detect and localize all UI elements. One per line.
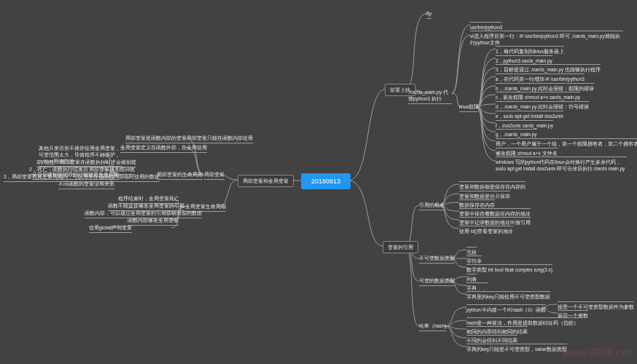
concept-c4-node[interactable]: 变量中保存着数据在内存的地址	[459, 208, 531, 217]
step-b-node[interactable]: b，./cards_main.py 此时会报错：权限的错误	[496, 83, 594, 92]
hash-1-node[interactable]: python 中内建一个叫hash（0）函数	[466, 304, 546, 313]
concept-c3-node[interactable]: 数据保存在内存	[459, 199, 495, 208]
hash-3-node[interactable]: 相同的内容得到相同的结果	[466, 326, 528, 335]
mutable-node[interactable]: 可变的数据类型	[419, 277, 455, 286]
shebang-note-node[interactable]: vi进入程序后第一行：#! /usr/bin/python3 即可 ./card…	[470, 31, 623, 46]
step-user-node[interactable]: 用户，一个用户属于一个组，第一个权限拥有者，第二个拥有者同组	[496, 138, 637, 147]
mutable-1-node[interactable]: 列表	[466, 274, 477, 282]
step-chmod-node[interactable]: 修改权限 chmod a+x 文件名	[496, 148, 558, 157]
glife-4-node[interactable]: 函数内部修改全局变量	[128, 217, 179, 226]
step-g-node[interactable]: g，./cards_main.py	[496, 129, 537, 138]
hash-2-node[interactable]: hash是一种算法，作用是提取数据特征码（指纹）	[466, 317, 579, 326]
concept-c6-node[interactable]: 使用 id()查看变量的地址	[459, 226, 513, 234]
step-1-node[interactable]: 1，将代码复制到linux服务器上	[496, 46, 564, 55]
local-n1-node[interactable]: 局部变量是函数内部的变量	[125, 135, 187, 143]
concept-c5-node[interactable]: 变量中记录数据的地址叫做引用	[459, 217, 531, 226]
ftp-node[interactable]: ftp	[426, 10, 431, 19]
immutable-2-node[interactable]: 字符串	[466, 256, 482, 264]
immutable-node[interactable]: 不可变数据类型	[419, 255, 455, 264]
mutable-2-node[interactable]: 字典 、、	[466, 282, 488, 291]
mutable-3-node[interactable]: 字典里的key只能使用不可变类型数据	[466, 291, 550, 300]
linux-perm-node[interactable]: linux权限	[459, 103, 479, 112]
step-3-node[interactable]: 3，目标是通过 ./cards_main.py 也能够执行程序	[496, 64, 601, 73]
local-n3-node[interactable]: 全局变量定义在函数外部，在全局使用	[120, 144, 207, 153]
step-2-node[interactable]: 2，python3 cards_main.py	[496, 55, 552, 64]
ref-node[interactable]: 变量的引用	[383, 241, 418, 253]
step-win-node[interactable]: windows 写的python代码在linux会对换行产生多余代码，sudo …	[496, 157, 627, 172]
step-a-node[interactable]: a，在代码第一行增加 #! /usr/bin/python3	[496, 74, 585, 82]
local-n2-node[interactable]: 局部变量只能在函数内部使用	[187, 135, 253, 143]
hash-4-node[interactable]: 不同的会得到不同结果	[466, 335, 517, 344]
root-node[interactable]: 20180913	[301, 173, 351, 189]
immutable-1-node[interactable]: 元祖	[466, 247, 477, 256]
step-f-node[interactable]: f，dos2unix cards_main.py	[496, 120, 553, 129]
step-c-node[interactable]: c，更改权限 chmod a+x cards_main.py	[496, 92, 580, 100]
step-d-node[interactable]: d，./cards_main.py 此时会报错：符号错误	[496, 101, 589, 110]
watermark-text: www.9969.net	[562, 347, 631, 360]
life-4-node[interactable]: 不同函数的变量没有关系	[58, 181, 114, 189]
local-node[interactable]: 局部变量	[204, 171, 224, 180]
immutable-3-node[interactable]: 数字类型 int bool float complex long(2.x)	[466, 264, 552, 273]
scope-node[interactable]: 局部变量和全局变量	[238, 175, 294, 187]
linux-main-node[interactable]: ./cards_main.py 代替python3 执行	[408, 89, 452, 104]
shebang-node[interactable]: usr/bin/python3	[470, 22, 502, 31]
hash-1a-node[interactable]: 接受一个不可变类型数据作为参数	[558, 301, 634, 310]
concept-node[interactable]: 引用的概念	[419, 202, 445, 210]
concept-c1-node[interactable]: 变量和数据都是保存在内存的	[459, 181, 525, 190]
glife-5-node[interactable]: 使用global声明变量	[89, 224, 132, 233]
hash-node[interactable]: 哈希（hash)	[419, 323, 446, 331]
step-e-node[interactable]: e，sudo apt-get install dos2unix	[496, 111, 563, 119]
concept-c2-node[interactable]: 变量和数据是分开保存	[459, 191, 510, 199]
life-label-node[interactable]: 局部变量的生命周期	[157, 171, 203, 180]
hash-5-node[interactable]: 字典的key只能是不可变类型，value数据类型	[466, 344, 567, 352]
